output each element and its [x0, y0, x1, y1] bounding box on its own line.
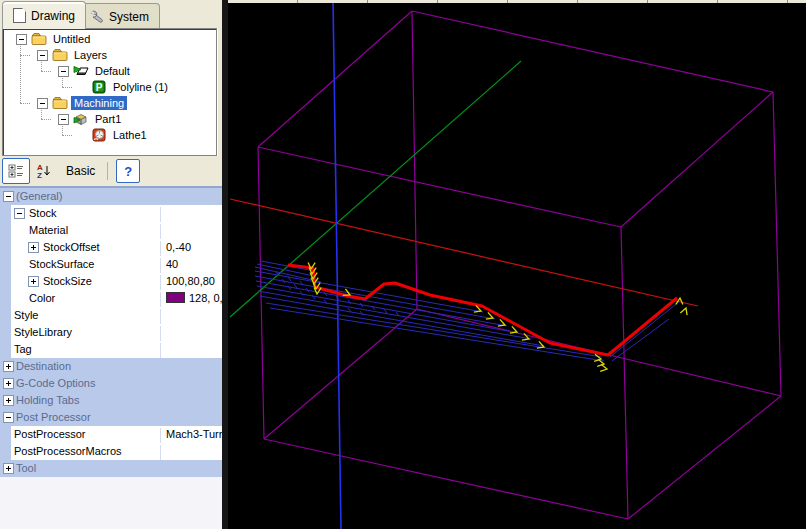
expand-toggle[interactable]: [28, 276, 39, 287]
stock-edge: [628, 396, 781, 519]
indent-strip: [0, 443, 11, 460]
category-row-g-code-options[interactable]: G-Code Options: [0, 375, 222, 392]
collapse-toggle[interactable]: [16, 34, 27, 45]
tree-item-label: Machining: [71, 96, 127, 110]
collapse-toggle[interactable]: [3, 191, 14, 202]
feed-tick: [360, 311, 363, 315]
property-row-color[interactable]: Color128, 0, 128: [0, 290, 222, 308]
tree-item-untitled[interactable]: Untitled: [31, 31, 93, 47]
categorized-view-button[interactable]: [2, 158, 30, 184]
property-name: StockSize: [43, 275, 92, 287]
left-panel: Drawing System UntitledLayersDefaultPPol…: [0, 0, 222, 529]
property-row-style[interactable]: Style: [0, 307, 222, 325]
help-icon: ?: [124, 164, 132, 179]
stock-edge: [621, 92, 773, 227]
collapse-toggle[interactable]: [58, 66, 69, 77]
category-label: Destination: [16, 360, 71, 372]
expand-toggle[interactable]: [3, 361, 14, 372]
properties-toolbar: A Z Basic ?: [0, 156, 222, 186]
alphabetical-sort-button[interactable]: A Z: [30, 158, 58, 184]
property-value[interactable]: [160, 224, 222, 239]
indent-strip: [0, 341, 11, 358]
collapse-toggle[interactable]: [14, 208, 25, 219]
property-name: PostProcessor: [14, 428, 86, 440]
property-value[interactable]: 0,-40: [160, 241, 222, 256]
tree-item-polyline-1[interactable]: PPolyline (1): [91, 79, 171, 95]
folder-icon: [52, 47, 68, 63]
indent-strip: [0, 256, 11, 273]
property-value[interactable]: 100,80,80: [160, 275, 222, 290]
expand-toggle[interactable]: [28, 242, 39, 253]
property-value[interactable]: [160, 326, 222, 341]
collapse-toggle[interactable]: [37, 98, 48, 109]
category-row-tool[interactable]: Tool: [0, 460, 222, 477]
property-name: StockOffset: [43, 241, 100, 253]
tree-item-layers[interactable]: Layers: [52, 47, 110, 63]
property-row-material[interactable]: Material: [0, 222, 222, 240]
feed-tick: [324, 300, 327, 304]
tree-connector: [62, 135, 72, 136]
viewport-3d[interactable]: [228, 0, 806, 529]
drawing-tree[interactable]: UntitledLayersDefaultPPolyline (1)Machin…: [2, 28, 217, 156]
expand-toggle[interactable]: [3, 395, 14, 406]
tab-drawing[interactable]: Drawing: [2, 1, 86, 29]
indent-strip: [0, 239, 11, 256]
stock-edge: [258, 147, 621, 227]
expand-toggle[interactable]: [3, 463, 14, 474]
property-row-stocksize[interactable]: StockSize100,80,80: [0, 273, 222, 291]
property-value[interactable]: [160, 343, 222, 358]
property-value[interactable]: [160, 207, 222, 222]
property-row-stylelibrary[interactable]: StyleLibrary: [0, 324, 222, 342]
color-swatch[interactable]: [166, 292, 185, 303]
property-grid[interactable]: (General)StockMaterialStockOffset0,-40St…: [0, 186, 222, 529]
category-label: Holding Tabs: [16, 394, 79, 406]
property-row-postprocessormacros[interactable]: PostProcessorMacros: [0, 443, 222, 461]
category-label: Tool: [16, 462, 36, 474]
toolbar-separator: [107, 162, 108, 180]
tree-item-lathe1[interactable]: Lathe1: [91, 127, 150, 143]
help-button[interactable]: ?: [116, 159, 140, 183]
property-name: Color: [29, 292, 55, 304]
property-row-stock[interactable]: Stock: [0, 205, 222, 223]
part-icon: [73, 111, 89, 127]
view-mode-label[interactable]: Basic: [66, 164, 95, 178]
stock-edge: [621, 227, 628, 519]
tree-item-part1[interactable]: Part1: [73, 111, 124, 127]
category-row-general[interactable]: (General): [0, 188, 222, 205]
indent-strip: [0, 273, 11, 290]
expand-toggle[interactable]: [3, 378, 14, 389]
pass-line: [266, 303, 602, 357]
category-row-holding-tabs[interactable]: Holding Tabs: [0, 392, 222, 409]
tree-item-label: Default: [92, 64, 133, 78]
property-row-stocksurface[interactable]: StockSurface40: [0, 256, 222, 274]
collapse-toggle[interactable]: [58, 114, 69, 125]
viewport-canvas[interactable]: [228, 0, 806, 529]
tab-drawing-label: Drawing: [31, 9, 75, 23]
collapse-toggle[interactable]: [37, 50, 48, 61]
property-row-stockoffset[interactable]: StockOffset0,-40: [0, 239, 222, 257]
svg-text:P: P: [96, 82, 103, 93]
tree-item-label: Untitled: [50, 32, 93, 46]
indent-strip: [0, 307, 11, 324]
stock-edge: [258, 147, 264, 439]
tab-system[interactable]: System: [78, 3, 160, 29]
property-value[interactable]: 40: [160, 258, 222, 273]
tree-connector: [62, 87, 72, 88]
indent-strip: [0, 426, 11, 443]
property-value[interactable]: Mach3-Turn: [160, 428, 222, 443]
indent-strip: [0, 290, 11, 307]
category-row-destination[interactable]: Destination: [0, 358, 222, 375]
tree-connector: [20, 43, 21, 103]
panel-tabstrip: Drawing System: [0, 0, 222, 28]
property-value[interactable]: [160, 445, 222, 460]
property-value[interactable]: 128, 0, 128: [160, 292, 222, 307]
lathe-icon: [91, 127, 107, 143]
property-value[interactable]: [160, 309, 222, 324]
collapse-toggle[interactable]: [3, 412, 14, 423]
category-row-post-processor[interactable]: Post Processor: [0, 409, 222, 426]
tree-item-machining[interactable]: Machining: [52, 95, 127, 111]
tree-item-default[interactable]: Default: [73, 63, 133, 79]
property-row-tag[interactable]: Tag: [0, 341, 222, 359]
property-row-postprocessor[interactable]: PostProcessorMach3-Turn: [0, 426, 222, 444]
tree-connector: [20, 55, 30, 56]
